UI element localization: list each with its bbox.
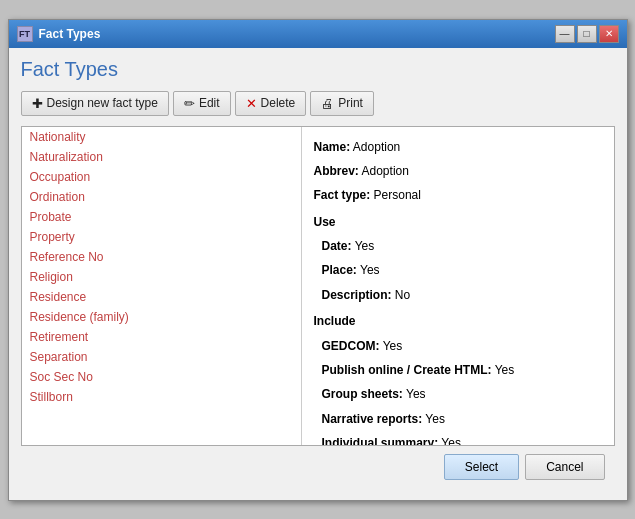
individual-row: Individual summary: Yes (322, 433, 602, 444)
footer: Select Cancel (21, 446, 615, 490)
list-item[interactable]: Retirement (22, 327, 301, 347)
edit-icon: ✏ (184, 96, 195, 111)
print-icon: 🖨 (321, 96, 334, 111)
design-new-fact-type-button[interactable]: ✚ Design new fact type (21, 91, 169, 116)
group-value: Yes (406, 387, 426, 401)
list-item[interactable]: Reference No (22, 247, 301, 267)
name-label: Name: (314, 140, 351, 154)
individual-label: Individual summary: (322, 436, 439, 444)
place-row: Place: Yes (322, 260, 602, 280)
content-area: Fact Types ✚ Design new fact type ✏ Edit… (9, 48, 627, 500)
delete-icon: ✕ (246, 96, 257, 111)
abbrev-value: Adoption (362, 164, 409, 178)
gedcom-row: GEDCOM: Yes (322, 336, 602, 356)
list-item[interactable]: Residence (22, 287, 301, 307)
list-panel: NationalityNaturalizationOccupationOrdin… (22, 127, 302, 445)
group-row: Group sheets: Yes (322, 384, 602, 404)
fact-type-list[interactable]: NationalityNaturalizationOccupationOrdin… (22, 127, 301, 445)
fact-type-row: Fact type: Personal (314, 185, 602, 205)
fact-type-label: Fact type: (314, 188, 371, 202)
minimize-button[interactable]: — (555, 25, 575, 43)
gedcom-value: Yes (383, 339, 403, 353)
name-row: Name: Adoption (314, 137, 602, 157)
title-controls: — □ ✕ (555, 25, 619, 43)
narrative-label: Narrative reports: (322, 412, 423, 426)
narrative-row: Narrative reports: Yes (322, 409, 602, 429)
title-bar-left: FT Fact Types (17, 26, 101, 42)
place-label: Place: (322, 263, 357, 277)
edit-button[interactable]: ✏ Edit (173, 91, 231, 116)
plus-icon: ✚ (32, 96, 43, 111)
print-btn-label: Print (338, 96, 363, 110)
list-item[interactable]: Occupation (22, 167, 301, 187)
list-item[interactable]: Residence (family) (22, 307, 301, 327)
narrative-value: Yes (425, 412, 445, 426)
toolbar: ✚ Design new fact type ✏ Edit ✕ Delete 🖨… (21, 91, 615, 116)
description-value: No (395, 288, 410, 302)
list-item[interactable]: Probate (22, 207, 301, 227)
page-title: Fact Types (21, 58, 615, 81)
list-item[interactable]: Naturalization (22, 147, 301, 167)
fact-type-value: Personal (374, 188, 421, 202)
list-item[interactable]: Soc Sec No (22, 367, 301, 387)
include-section-title: Include (314, 311, 602, 331)
maximize-button[interactable]: □ (577, 25, 597, 43)
abbrev-row: Abbrev: Adoption (314, 161, 602, 181)
design-btn-label: Design new fact type (47, 96, 158, 110)
publish-row: Publish online / Create HTML: Yes (322, 360, 602, 380)
name-value: Adoption (353, 140, 400, 154)
main-panel: NationalityNaturalizationOccupationOrdin… (21, 126, 615, 446)
edit-btn-label: Edit (199, 96, 220, 110)
title-bar: FT Fact Types — □ ✕ (9, 20, 627, 48)
list-item[interactable]: Nationality (22, 127, 301, 147)
date-label: Date: (322, 239, 352, 253)
delete-button[interactable]: ✕ Delete (235, 91, 307, 116)
select-button[interactable]: Select (444, 454, 519, 480)
use-section-title: Use (314, 212, 602, 232)
main-window: FT Fact Types — □ ✕ Fact Types ✚ Design … (8, 19, 628, 501)
description-label: Description: (322, 288, 392, 302)
abbrev-label: Abbrev: (314, 164, 359, 178)
date-row: Date: Yes (322, 236, 602, 256)
place-value: Yes (360, 263, 380, 277)
delete-btn-label: Delete (261, 96, 296, 110)
individual-value: Yes (441, 436, 461, 444)
publish-value: Yes (495, 363, 515, 377)
list-item[interactable]: Ordination (22, 187, 301, 207)
cancel-button[interactable]: Cancel (525, 454, 604, 480)
window-icon: FT (17, 26, 33, 42)
description-row: Description: No (322, 285, 602, 305)
print-button[interactable]: 🖨 Print (310, 91, 374, 116)
close-button[interactable]: ✕ (599, 25, 619, 43)
list-item[interactable]: Stillborn (22, 387, 301, 407)
group-label: Group sheets: (322, 387, 403, 401)
list-item[interactable]: Property (22, 227, 301, 247)
window-title: Fact Types (39, 27, 101, 41)
detail-panel: Name: Adoption Abbrev: Adoption Fact typ… (302, 127, 614, 445)
list-item[interactable]: Separation (22, 347, 301, 367)
date-value: Yes (355, 239, 375, 253)
gedcom-label: GEDCOM: (322, 339, 380, 353)
list-item[interactable]: Religion (22, 267, 301, 287)
publish-label: Publish online / Create HTML: (322, 363, 492, 377)
